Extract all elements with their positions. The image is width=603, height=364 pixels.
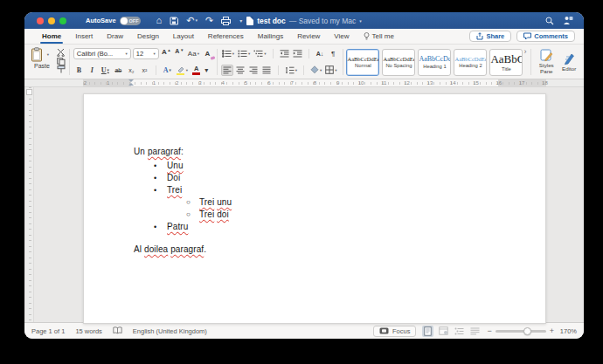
shrink-font-button[interactable]: A▼ [174, 48, 185, 59]
style-normal[interactable]: AaBbCcDdEeNormal [346, 49, 379, 76]
increase-indent-button[interactable] [292, 48, 303, 59]
borders-button[interactable]: ▾ [324, 65, 337, 76]
font-name-select[interactable]: Calibri (Bo...▾ [73, 48, 131, 59]
home-icon[interactable]: ⌂ [156, 16, 163, 25]
superscript-button[interactable]: x² [139, 65, 150, 76]
comments-button[interactable]: Comments [516, 31, 575, 42]
tab-selector[interactable] [26, 89, 32, 95]
draft-view-button[interactable] [469, 326, 481, 337]
minimize-button[interactable] [48, 17, 55, 24]
tab-layout[interactable]: Layout [166, 29, 201, 44]
tab-design[interactable]: Design [130, 29, 166, 44]
more-styles-icon[interactable]: › [523, 47, 526, 77]
text-line[interactable]: •Doi [134, 172, 232, 184]
horizontal-ruler[interactable]: 21123456789101112131415161718 [24, 79, 584, 87]
undo-button[interactable]: ↶▾ [186, 16, 198, 25]
text-line[interactable]: ○Trei unu [134, 196, 232, 209]
sort-button[interactable]: A↓ [315, 48, 326, 59]
zoom-in-button[interactable]: + [550, 327, 554, 335]
share-button[interactable]: Share [469, 31, 511, 42]
line-text: Trei unu [199, 196, 232, 209]
tab-mailings[interactable]: Mailings [251, 29, 290, 44]
close-button[interactable] [37, 17, 44, 24]
clear-formatting-button[interactable]: A [202, 48, 213, 59]
style-heading-2[interactable]: AaBbCcDdEeHeading 2 [454, 49, 487, 76]
style-no-spacing[interactable]: AaBbCcDdEeNo Spacing [382, 49, 415, 76]
zoom-slider-knob[interactable] [523, 327, 531, 335]
cut-icon[interactable] [57, 49, 66, 57]
underline-button[interactable]: U▾ [100, 65, 111, 76]
shading-button[interactable]: ▾ [309, 65, 322, 76]
paste-button[interactable]: ▾ Paste [30, 47, 54, 77]
strikethrough-button[interactable]: ab [113, 65, 124, 76]
outline-view-button[interactable] [454, 326, 465, 337]
zoom-out-button[interactable]: − [487, 327, 491, 335]
vertical-ruler[interactable] [26, 87, 34, 322]
copy-icon[interactable] [57, 58, 66, 65]
ruler-number: 10 [358, 80, 364, 86]
presence-share-icon[interactable] [563, 13, 573, 29]
search-icon[interactable] [545, 13, 554, 29]
text-line[interactable]: ○Trei doi [134, 209, 232, 221]
indent-markers[interactable] [128, 79, 135, 87]
focus-button[interactable]: Focus [373, 326, 416, 337]
decrease-indent-button[interactable] [279, 48, 290, 59]
language-indicator[interactable]: English (United Kingdom) [133, 327, 207, 335]
font-size-select[interactable]: 12▾ [133, 48, 159, 59]
tab-label: Home [42, 32, 61, 40]
bold-button[interactable]: B [73, 65, 85, 76]
format-painter-icon[interactable] [57, 65, 66, 73]
line-spacing-button[interactable]: ▾ [284, 65, 298, 76]
font-color-button[interactable]: A [191, 65, 202, 76]
web-layout-view-button[interactable] [438, 326, 449, 337]
title-caret-icon[interactable]: ▾ [359, 18, 362, 24]
word-count[interactable]: 15 words [75, 327, 101, 335]
fullscreen-button[interactable] [59, 17, 66, 24]
document-page[interactable]: Un paragraf:•Unu•Doi•Trei○Trei unu○Trei … [83, 93, 546, 324]
highlight-button[interactable]: ▾ [175, 65, 189, 76]
tab-insert[interactable]: Insert [68, 29, 100, 44]
empty-line[interactable] [134, 233, 232, 244]
tab-references[interactable]: References [201, 29, 251, 44]
proofing-icon[interactable] [113, 326, 122, 336]
align-right-button[interactable] [248, 65, 260, 76]
redo-button[interactable]: ↷ [205, 16, 213, 25]
tab-tell-me[interactable]: Tell me [357, 29, 401, 44]
text-line[interactable]: •Trei [134, 184, 232, 196]
change-case-button[interactable]: Aa▾ [187, 48, 200, 59]
tab-label: Design [137, 32, 159, 40]
numbering-button[interactable]: ▾ [237, 48, 251, 59]
text-line[interactable]: •Patru [134, 221, 232, 233]
print-icon[interactable] [221, 17, 231, 25]
zoom-slider[interactable] [496, 330, 546, 333]
text-line[interactable]: Al doilea paragraf. [134, 244, 232, 256]
italic-button[interactable]: I [87, 65, 98, 76]
tab-review[interactable]: Review [290, 29, 327, 44]
style-title[interactable]: AaBbCTitle [489, 49, 523, 76]
multilevel-list-button[interactable]: ▾ [253, 48, 267, 59]
zoom-level[interactable]: 170% [558, 327, 577, 335]
bullets-button[interactable]: ▾ [221, 48, 235, 59]
save-icon[interactable] [170, 17, 178, 25]
quick-access-more-icon[interactable]: ▾ [239, 18, 242, 24]
style-heading-1[interactable]: AaBbCcDcHeading 1 [418, 49, 451, 76]
tab-home[interactable]: Home [35, 29, 68, 44]
subscript-button[interactable]: x₂ [126, 65, 137, 76]
styles-pane-button[interactable]: Styles Pane [535, 47, 558, 77]
autosave-toggle[interactable]: OFF [120, 17, 141, 25]
editor-button[interactable]: Editor [558, 47, 580, 77]
align-center-button[interactable] [235, 65, 246, 76]
print-layout-view-button[interactable] [422, 326, 433, 337]
page-count[interactable]: Page 1 of 1 [31, 327, 65, 335]
show-paragraph-marks-button[interactable]: ¶ [328, 48, 339, 59]
undo-caret-icon[interactable]: ▾ [195, 18, 198, 23]
text-effects-button[interactable]: A▾ [162, 65, 173, 76]
text-line[interactable]: Un paragraf: [134, 146, 232, 158]
text-line[interactable]: •Unu [134, 160, 232, 172]
paste-caret-icon[interactable]: ▾ [43, 49, 54, 60]
justify-button[interactable] [261, 65, 273, 76]
align-left-button[interactable] [221, 65, 233, 76]
grow-font-button[interactable]: A▲ [161, 48, 172, 59]
tab-view[interactable]: View [327, 29, 356, 44]
tab-draw[interactable]: Draw [100, 29, 130, 44]
